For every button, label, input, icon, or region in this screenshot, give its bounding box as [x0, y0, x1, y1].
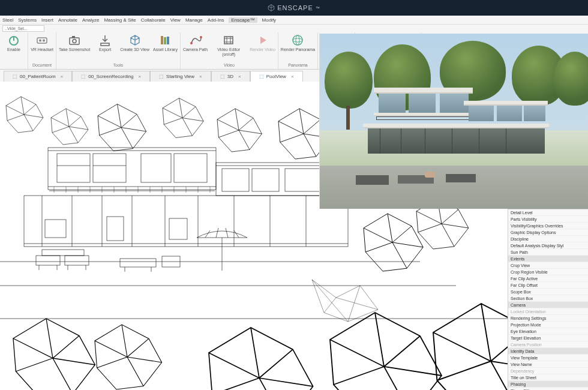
menu-insert[interactable]: Insert	[41, 17, 53, 23]
camera-path-button[interactable]: Camera Path	[183, 34, 208, 52]
svg-rect-65	[107, 217, 124, 241]
menu-annotate[interactable]: Annotate	[58, 17, 77, 23]
prop-row[interactable]: View Template	[508, 355, 588, 361]
svg-point-4	[43, 40, 45, 42]
render-sofa	[356, 175, 389, 185]
menu-systems[interactable]: Systems	[18, 17, 37, 23]
close-tab-icon[interactable]: ×	[238, 74, 241, 79]
render-video-button: Render Video	[250, 34, 275, 52]
prop-row[interactable]: Graphic Display Options	[508, 229, 588, 236]
svg-line-85	[226, 228, 228, 238]
render-person	[425, 172, 436, 178]
close-tab-icon[interactable]: ×	[61, 74, 64, 79]
prop-row[interactable]: Discipline	[508, 236, 588, 242]
prop-row[interactable]: Far Clip Active	[508, 275, 588, 282]
brand-text: ENSCAPE	[277, 4, 313, 11]
prop-row[interactable]: Target Elevation	[508, 335, 588, 341]
prop-row[interactable]: Section Box	[508, 295, 588, 302]
title-bar: ENSCAPE™	[0, 0, 588, 16]
svg-rect-77	[120, 259, 156, 267]
svg-rect-7	[72, 36, 75, 38]
prop-row[interactable]: Crop Region Visible	[508, 269, 588, 275]
svg-rect-28	[93, 154, 126, 182]
svg-rect-13	[224, 37, 233, 44]
menu-collaborate[interactable]: Collaborate	[141, 17, 166, 23]
view-tab-poolview[interactable]: ⬚PoolView×	[250, 71, 303, 82]
prop-row[interactable]: Camera Position	[508, 341, 588, 348]
view-tab-3d[interactable]: ⬚3D×	[211, 71, 250, 82]
svg-rect-53	[24, 196, 348, 247]
type-selector[interactable]: ..Vide_Sel...	[2, 25, 44, 32]
svg-rect-5	[70, 38, 79, 44]
svg-rect-71	[65, 256, 89, 265]
enscape-logo-icon	[268, 4, 275, 11]
menu-steel[interactable]: Steel	[2, 17, 13, 23]
svg-point-12	[200, 36, 202, 38]
menu-analyze[interactable]: Analyze	[82, 17, 99, 23]
menu-manage[interactable]: Manage	[185, 17, 203, 23]
svg-rect-48	[216, 163, 330, 196]
library-icon	[158, 34, 172, 47]
prop-row[interactable]: Far Clip Offset	[508, 282, 588, 289]
vr-icon	[35, 34, 49, 47]
render-panorama-button[interactable]: Render Panorama	[281, 34, 315, 52]
prop-row[interactable]: Title on Sheet	[508, 374, 588, 381]
view-tab-00screenrecording[interactable]: ⬚00_ScreenRecording×	[72, 71, 150, 82]
vr-headset-button[interactable]: VR Headset	[31, 34, 53, 52]
workspace: Detail LevelParts VisibilityVisibility/G…	[0, 82, 588, 390]
take-screenshot-button[interactable]: Take Screenshot	[59, 34, 90, 52]
render-viewport[interactable]	[319, 34, 588, 209]
power-icon	[7, 34, 20, 47]
close-tab-icon[interactable]: ×	[291, 74, 294, 79]
render-tree	[325, 52, 373, 109]
prop-row[interactable]: Visibility/Graphics Overrides	[508, 223, 588, 229]
svg-rect-72	[42, 250, 84, 256]
export-icon	[98, 34, 112, 47]
render-tree	[554, 52, 588, 106]
enable-button[interactable]: Enable	[2, 34, 25, 52]
view-tab-00patientroom[interactable]: ⬚00_PatientRoom×	[4, 71, 72, 82]
prop-row[interactable]: Crop View	[508, 262, 588, 269]
menu-bar: SteelSystemsInsertAnnotateAnalyzeMassing…	[0, 16, 588, 24]
render-patio	[320, 166, 588, 209]
svg-rect-27	[57, 154, 90, 182]
asset-library-button[interactable]: Asset Library	[153, 34, 178, 52]
prop-row[interactable]: Projection Mode	[508, 322, 588, 328]
prop-header-phasing[interactable]: Phasing	[508, 381, 588, 388]
svg-point-3	[39, 40, 41, 42]
create-3d-view-button[interactable]: Create 3D View	[120, 34, 149, 52]
prop-row[interactable]: Eye Elevation	[508, 328, 588, 335]
svg-line-86	[234, 230, 239, 238]
svg-marker-18	[260, 37, 266, 44]
menu-addins[interactable]: Add-Ins	[208, 17, 224, 23]
prop-row[interactable]: Locked Orientation	[508, 308, 588, 315]
svg-rect-24	[48, 148, 216, 190]
menu-enscape[interactable]: Enscape™	[229, 17, 257, 23]
prop-row[interactable]: Scope Box	[508, 289, 588, 295]
prop-header-identitydata[interactable]: Identity Data	[508, 348, 588, 355]
svg-rect-29	[141, 154, 171, 182]
close-tab-icon[interactable]: ×	[199, 74, 202, 79]
menu-massingsite[interactable]: Massing & Site	[104, 17, 136, 23]
prop-row[interactable]: Phase Filter	[508, 388, 588, 390]
prop-header-extents[interactable]: Extents	[508, 256, 588, 262]
svg-rect-10	[167, 37, 169, 44]
svg-rect-64	[45, 220, 66, 238]
prop-row[interactable]: Rendering Settings	[508, 315, 588, 322]
export-button[interactable]: Export	[94, 34, 116, 52]
close-tab-icon[interactable]: ×	[138, 74, 141, 79]
prop-row[interactable]: Sun Path	[508, 249, 588, 256]
prop-row[interactable]: Default Analysis Display Styl	[508, 242, 588, 249]
video-editor-button[interactable]: Video Editor (on/off)	[211, 34, 246, 56]
prop-row[interactable]: Parts Visibility	[508, 216, 588, 223]
menu-view[interactable]: View	[170, 17, 181, 23]
prop-header-camera[interactable]: Camera	[508, 302, 588, 308]
render-house	[374, 88, 548, 166]
prop-row[interactable]: Dependency	[508, 368, 588, 374]
prop-row[interactable]: View Name	[508, 361, 588, 368]
view-tab-startingview[interactable]: ⬚Starting View×	[150, 71, 211, 82]
menu-modify[interactable]: Modify	[262, 17, 277, 23]
cube-icon	[128, 34, 142, 47]
svg-point-19	[293, 35, 302, 45]
prop-row[interactable]: Detail Level	[508, 209, 588, 216]
